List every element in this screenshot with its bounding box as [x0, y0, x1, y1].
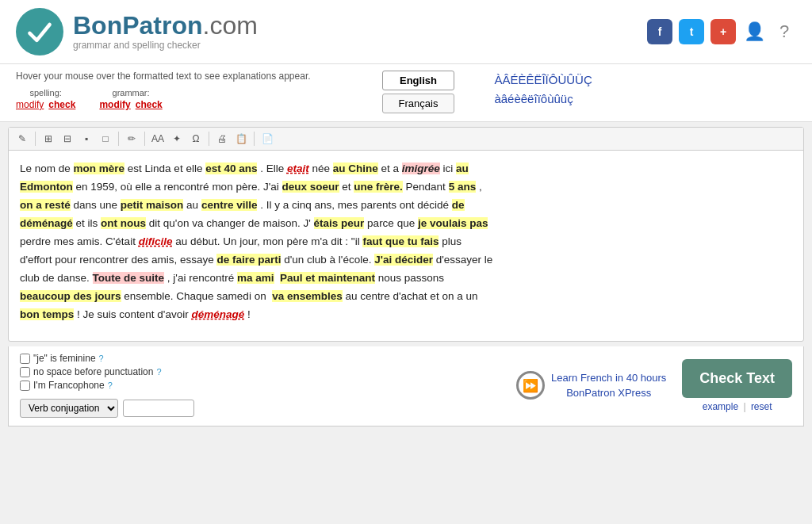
toolbar-aa-icon[interactable]: AA — [149, 131, 167, 147]
hl-on-a-reste: on a resté — [20, 199, 71, 211]
hl-de-faire-parti: de faire parti — [216, 254, 281, 266]
hl-ma-ami: ma ami — [237, 272, 274, 284]
toolbar-edit-icon[interactable]: ✎ — [13, 131, 31, 147]
checkbox-row-3: I'm Francophone ? — [20, 380, 194, 391]
hl-deux-soeur: deux soeur — [282, 181, 339, 193]
help-icon-2[interactable]: ? — [156, 367, 161, 377]
help-icon-1[interactable]: ? — [99, 354, 104, 363]
toolbar-icon-5[interactable]: □ — [97, 131, 114, 147]
hl-dificile: dificile — [139, 235, 173, 247]
hl-jai-decider: J'ai décider — [374, 254, 433, 266]
hl-ont-nous: ont nous — [101, 217, 146, 229]
check-text-button[interactable]: Check Text — [682, 359, 792, 398]
spelling-links: modify check — [16, 99, 75, 110]
verb-conjugation-select[interactable]: Verb conjugation Present Past Future — [20, 399, 118, 418]
hl-je-voulais-pas: je voulais pas — [418, 217, 488, 229]
toolbar-copy-icon[interactable]: 📋 — [232, 131, 250, 147]
toolbar-print-icon[interactable]: 🖨 — [213, 131, 231, 147]
hl-demenage: déménagé — [20, 217, 73, 229]
promo-line1: Learn French in 40 hours — [551, 370, 666, 386]
toolbar-star-icon[interactable]: ✦ — [168, 131, 186, 147]
spell-grammar-area: spelling: modify check grammar: modify c… — [16, 88, 311, 110]
facebook-button[interactable]: f — [647, 19, 672, 44]
logo-text: BonPatron.com grammar and spelling check… — [73, 13, 258, 51]
hl-edmonton: Edmonton — [20, 181, 73, 193]
hl-va-ensembles: va ensembles — [272, 290, 343, 302]
dropdown-area: Verb conjugation Present Past Future — [20, 399, 194, 418]
hl-paul-maintenant: Paul et maintenant — [280, 272, 375, 284]
toolbar-doc-icon[interactable]: 📄 — [259, 131, 276, 147]
language-selector: English Français — [382, 71, 455, 113]
hl-faut-que-tu-fais: faut que tu fais — [362, 235, 439, 247]
promo-line2: BonPatron XPress — [551, 385, 666, 401]
hl-au-chine: au Chine — [333, 163, 378, 174]
toolbar-sep-2 — [118, 132, 119, 146]
site-title: BonPatron.com — [73, 13, 258, 38]
reset-link[interactable]: reset — [751, 401, 772, 412]
toolbar-sep-1 — [35, 132, 36, 146]
hl-petit-maison: petit maison — [121, 199, 184, 211]
checkboxes: "je" is feminine ? no space before punct… — [20, 353, 194, 391]
text-area[interactable]: Le nom de mon mère est Linda et elle est… — [9, 151, 803, 341]
hl-bon-temps: bon temps — [20, 308, 74, 320]
english-button[interactable]: English — [382, 71, 455, 90]
hl-etais-peur: étais peur — [314, 217, 365, 229]
special-chars-lower[interactable]: àâéèêëîïôùûüç — [494, 90, 592, 109]
header: BonPatron.com grammar and spelling check… — [0, 0, 812, 64]
checkbox-franco-label: I'm Francophone — [33, 380, 105, 391]
toolbar-hint: Hover your mouse over the formatted text… — [16, 71, 311, 82]
checkbox-je-feminine[interactable] — [20, 354, 30, 364]
hl-demenage-end: déménagé — [191, 308, 244, 320]
promo-link[interactable]: Learn French in 40 hours BonPatron XPres… — [551, 370, 666, 401]
toolbar-icon-4[interactable]: ▪ — [78, 131, 95, 147]
hl-imigree: imigrée — [402, 163, 440, 174]
spelling-group: spelling: modify check — [16, 88, 75, 110]
promo-text: Learn French in 40 hours BonPatron XPres… — [551, 370, 666, 401]
toolbar-icon-2[interactable]: ⊞ — [40, 131, 57, 147]
spelling-label: spelling: — [30, 88, 62, 98]
play-icon: ⏩ — [516, 371, 545, 400]
grammar-group: grammar: modify check — [99, 88, 162, 110]
editor-section: ✎ ⊞ ⊟ ▪ □ ✏ AA ✦ Ω 🖨 📋 📄 Le nom de mon m… — [8, 127, 804, 342]
example-link[interactable]: example — [703, 401, 738, 412]
promo-play-button[interactable]: ⏩ Learn French in 40 hours BonPatron XPr… — [516, 370, 666, 401]
hl-toute-de-suite: Toute de suite — [93, 272, 165, 284]
checkbox-row-2: no space before punctuation ? — [20, 366, 194, 377]
site-subtitle: grammar and spelling checker — [73, 40, 258, 51]
hl-est-40-ans: est 40 ans — [205, 163, 257, 174]
example-reset-links: example | reset — [703, 401, 772, 412]
special-chars-area: ÀÂÉÈÊËÎÏÔÙÛÜÇ àâéèêëîïôùûüç — [494, 71, 592, 109]
spelling-modify-link[interactable]: modify — [16, 99, 44, 110]
account-icon[interactable]: 👤 — [742, 20, 766, 44]
toolbar-pencil-icon[interactable]: ✏ — [123, 131, 140, 147]
hl-une-frere: une frère. — [354, 181, 403, 193]
special-chars-upper[interactable]: ÀÂÉÈÊËÎÏÔÙÛÜÇ — [494, 71, 592, 90]
spelling-check-link[interactable]: check — [48, 99, 75, 110]
checkbox-space-label: no space before punctuation — [33, 366, 153, 377]
conjugation-input[interactable] — [123, 400, 194, 417]
toolbar-area: Hover your mouse over the formatted text… — [0, 64, 812, 122]
hl-de: de — [452, 199, 465, 211]
checkbox-je-label: "je" is feminine — [33, 353, 96, 364]
logo-area: BonPatron.com grammar and spelling check… — [16, 8, 258, 55]
googleplus-button[interactable]: + — [710, 19, 736, 44]
grammar-links: modify check — [99, 99, 162, 110]
grammar-check-link[interactable]: check — [136, 99, 163, 110]
french-button[interactable]: Français — [382, 94, 455, 113]
toolbar-omega-icon[interactable]: Ω — [187, 131, 205, 147]
grammar-modify-link[interactable]: modify — [99, 99, 130, 110]
hl-mon-mere: mon mère — [74, 163, 125, 174]
bottom-section: "je" is feminine ? no space before punct… — [8, 346, 804, 426]
twitter-button[interactable]: t — [679, 19, 704, 44]
promo-area: ⏩ Learn French in 40 hours BonPatron XPr… — [516, 370, 666, 401]
checkbox-space-punct[interactable] — [20, 367, 30, 377]
checkbox-row-1: "je" is feminine ? — [20, 353, 194, 364]
grammar-label: grammar: — [113, 88, 150, 98]
toolbar-icon-3[interactable]: ⊟ — [59, 131, 76, 147]
checkbox-francophone[interactable] — [20, 381, 30, 391]
help-icon-3[interactable]: ? — [108, 381, 113, 390]
hl-beaucoup-des-jours: beaucoup des jours — [20, 290, 121, 302]
check-btn-area: Check Text example | reset — [682, 359, 792, 412]
logo-icon — [16, 8, 63, 55]
help-icon[interactable]: ? — [772, 20, 796, 44]
